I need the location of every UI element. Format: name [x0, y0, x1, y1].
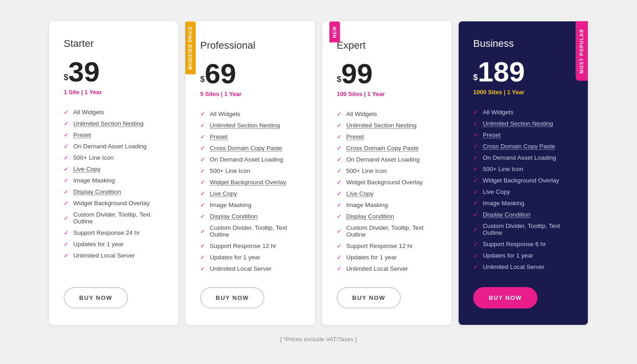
list-item: ✓Live Copy [473, 186, 573, 197]
price-period-expert: 100 Sites | 1 Year [337, 91, 437, 97]
list-item: ✓Image Masking [200, 199, 300, 211]
feature-text: Live Copy [73, 166, 101, 172]
price-period-professional: 5 Sites | 1 Year [200, 91, 300, 97]
list-item: ✓500+ Line Icon [473, 163, 573, 175]
list-item: ✓500+ Line Icon [200, 165, 300, 177]
check-icon: ✓ [337, 190, 342, 197]
list-item: ✓Widget Background Overlay [473, 175, 573, 186]
check-icon: ✓ [64, 143, 69, 150]
check-icon: ✓ [473, 211, 478, 218]
check-icon: ✓ [200, 167, 205, 174]
buy-button-business[interactable]: BUY NOW [473, 287, 537, 308]
feature-text: Custom Divider, Tooltip, Text Outline [73, 211, 164, 225]
feature-text: On Demand Asset Loading [483, 154, 556, 161]
check-icon: ✓ [473, 166, 478, 172]
list-item: ✓Widget Background Overlay [337, 177, 437, 188]
feature-text: Image Masking [73, 177, 115, 184]
list-item: ✓Display Condition [200, 211, 300, 222]
feature-text: Widget Background Overlay [346, 179, 423, 186]
check-icon: ✓ [473, 154, 478, 161]
check-icon: ✓ [64, 120, 69, 127]
list-item: ✓Live Copy [337, 188, 437, 199]
list-item: ✓Custom Divider, Tooltip, Text Outline [200, 222, 300, 240]
price-amount-starter: 39 [68, 58, 100, 86]
check-icon: ✓ [64, 188, 69, 195]
list-item: ✓Updates for 1 year [473, 250, 573, 261]
badge-most-popular: Most Popular [576, 21, 588, 81]
list-item: ✓500+ Line Icon [64, 152, 164, 163]
feature-text: Display Condition [346, 213, 394, 220]
feature-text: Display Condition [483, 211, 531, 218]
list-item: ✓Unlimited Local Server [337, 263, 437, 274]
list-item: ✓Image Masking [473, 197, 573, 209]
feature-text: 500+ Line Icon [210, 167, 250, 174]
buy-button-expert[interactable]: BUY NOW [337, 287, 401, 308]
plan-card-business: Most PopularBusiness$1891000 Sites | 1 Y… [459, 21, 588, 325]
price-row-professional: $69 [200, 60, 300, 88]
feature-text: Updates for 1 year [210, 254, 260, 261]
feature-text: Image Masking [210, 202, 252, 208]
price-period-business: 1000 Sites | 1 Year [473, 89, 573, 96]
list-item: ✓Display Condition [64, 186, 164, 197]
check-icon: ✓ [337, 202, 342, 208]
feature-text: Widget Background Overlay [210, 179, 286, 186]
check-icon: ✓ [64, 241, 69, 248]
check-icon: ✓ [337, 167, 342, 174]
check-icon: ✓ [337, 122, 342, 129]
list-item: ✓Image Masking [64, 175, 164, 186]
feature-text: Display Condition [210, 213, 258, 220]
feature-text: On Demand Asset Loading [210, 156, 283, 163]
list-item: ✓On Demand Asset Loading [473, 152, 573, 163]
feature-text: Unlimited Local Server [73, 252, 135, 259]
list-item: ✓Cross Domain Copy Paste [200, 142, 300, 154]
feature-text: 500+ Line Icon [483, 166, 523, 172]
list-item: ✓On Demand Asset Loading [337, 154, 437, 165]
feature-text: Cross Domain Copy Paste [346, 145, 419, 152]
check-icon: ✓ [473, 263, 478, 270]
price-row-business: $189 [473, 58, 573, 86]
feature-text: Live Copy [483, 188, 510, 195]
list-item: ✓Support Response 12 hr [337, 240, 437, 252]
features-list-starter: ✓All Widgets✓Unlimited Section Nesting✓P… [64, 106, 164, 274]
list-item: ✓All Widgets [64, 106, 164, 118]
check-icon: ✓ [200, 228, 205, 235]
list-item: ✓Image Masking [337, 199, 437, 211]
buy-button-professional[interactable]: BUY NOW [200, 287, 264, 308]
feature-text: Cross Domain Copy Paste [483, 143, 555, 150]
feature-text: Image Masking [483, 200, 525, 207]
list-item: ✓Unlimited Local Server [64, 250, 164, 261]
check-icon: ✓ [337, 254, 342, 261]
check-icon: ✓ [473, 188, 478, 195]
currency-starter: $ [64, 73, 68, 82]
feature-text: Unlimited Local Server [346, 265, 408, 272]
currency-professional: $ [200, 75, 205, 84]
features-list-business: ✓All Widgets✓Unlimited Section Nesting✓P… [473, 106, 573, 274]
list-item: ✓Unlimited Local Server [473, 261, 573, 273]
check-icon: ✓ [337, 243, 342, 249]
feature-text: On Demand Asset Loading [73, 143, 147, 150]
check-icon: ✓ [200, 265, 205, 272]
check-icon: ✓ [64, 131, 69, 138]
list-item: ✓Preset [200, 131, 300, 142]
check-icon: ✓ [64, 252, 69, 259]
check-icon: ✓ [337, 228, 342, 235]
check-icon: ✓ [337, 133, 342, 140]
feature-text: Support Response 24 hr [73, 229, 140, 236]
plan-name-starter: Starter [64, 38, 164, 50]
list-item: ✓Custom Divider, Tooltip, Text Outline [64, 209, 164, 227]
plan-name-business: Business [473, 38, 573, 50]
list-item: ✓Cross Domain Copy Paste [337, 142, 437, 154]
feature-text: All Widgets [346, 111, 377, 117]
check-icon: ✓ [473, 109, 478, 116]
check-icon: ✓ [337, 179, 342, 186]
feature-text: Image Masking [346, 202, 388, 208]
list-item: ✓Unlimited Section Nesting [64, 118, 164, 129]
price-row-starter: $39 [64, 58, 164, 86]
check-icon: ✓ [473, 177, 478, 184]
footer-note: [ *Prices exclude VAT/Taxes ] [280, 336, 357, 343]
check-icon: ✓ [64, 177, 69, 184]
list-item: ✓Live Copy [64, 163, 164, 175]
buy-button-starter[interactable]: BUY NOW [64, 287, 128, 308]
price-row-expert: $99 [337, 60, 437, 88]
list-item: ✓Widget Background Overlay [64, 197, 164, 209]
